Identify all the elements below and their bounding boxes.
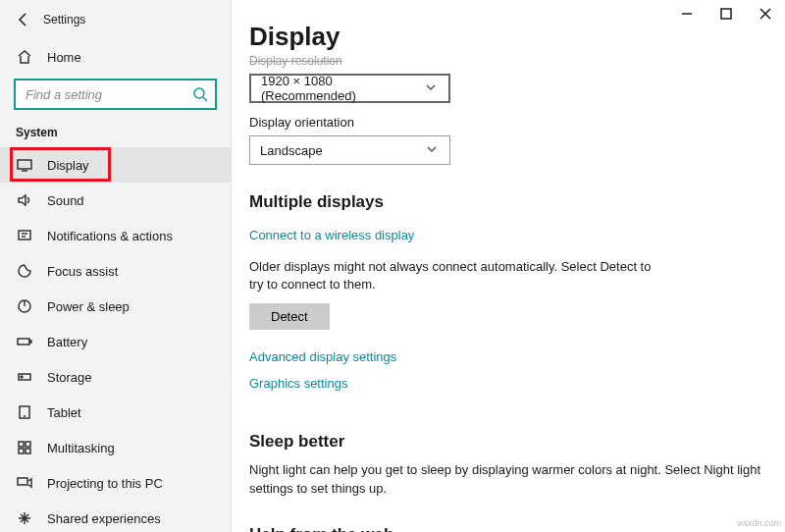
svg-rect-11	[19, 449, 24, 453]
close-button[interactable]	[746, 0, 785, 27]
resolution-value: 1920 × 1080 (Recommended)	[261, 74, 423, 103]
svg-rect-9	[19, 442, 24, 447]
back-button[interactable]	[8, 4, 39, 35]
resolution-label: Display resolution	[249, 54, 767, 68]
chevron-down-icon	[423, 80, 439, 98]
orientation-label: Display orientation	[249, 115, 767, 130]
power-icon	[16, 297, 33, 315]
search-input[interactable]	[24, 86, 192, 103]
sidebar-item-sound[interactable]: Sound	[0, 183, 231, 218]
sidebar-item-power-sleep[interactable]: Power & sleep	[0, 289, 231, 324]
sidebar-item-notifications[interactable]: Notifications & actions	[0, 218, 231, 253]
focus-assist-icon	[16, 262, 33, 280]
sidebar-item-label: Shared experiences	[47, 511, 161, 526]
sidebar-item-label: Power & sleep	[47, 299, 130, 314]
search-box[interactable]	[14, 79, 217, 110]
sidebar-item-storage[interactable]: Storage	[0, 359, 231, 395]
storage-icon	[16, 368, 33, 386]
sidebar-item-label: Tablet	[47, 405, 81, 420]
help-from-web-heading: Help from the web	[249, 525, 767, 532]
svg-rect-2	[19, 231, 30, 239]
chevron-down-icon	[424, 141, 440, 160]
search-icon	[192, 85, 208, 103]
detect-button[interactable]: Detect	[249, 303, 330, 330]
sidebar-item-battery[interactable]: Battery	[0, 324, 231, 359]
svg-rect-5	[29, 341, 31, 343]
multiple-displays-heading: Multiple displays	[249, 192, 767, 212]
sidebar-item-tablet[interactable]: Tablet	[0, 395, 231, 430]
home-label: Home	[47, 50, 81, 65]
sleep-better-description: Night light can help you get to sleep by…	[249, 461, 767, 497]
window-title: Settings	[43, 13, 85, 27]
sidebar-item-label: Notifications & actions	[47, 229, 173, 243]
svg-rect-14	[721, 9, 731, 19]
orientation-combo[interactable]: Landscape	[249, 135, 450, 165]
connect-wireless-display-link[interactable]: Connect to a wireless display	[249, 228, 414, 242]
minimize-button[interactable]	[667, 0, 706, 27]
orientation-value: Landscape	[260, 143, 323, 158]
projecting-icon	[16, 474, 33, 492]
maximize-button[interactable]	[706, 0, 746, 27]
sidebar-item-label: Storage	[47, 370, 92, 385]
svg-point-7	[21, 376, 23, 378]
svg-rect-12	[26, 449, 30, 453]
svg-rect-1	[18, 160, 31, 169]
shared-experiences-icon	[16, 509, 33, 527]
sleep-better-heading: Sleep better	[249, 432, 767, 452]
graphics-settings-link[interactable]: Graphics settings	[249, 376, 347, 391]
sidebar-item-shared-experiences[interactable]: Shared experiences	[0, 501, 231, 532]
sidebar-item-label: Focus assist	[47, 264, 118, 279]
svg-rect-10	[26, 442, 30, 447]
sidebar-home[interactable]: Home	[0, 39, 231, 75]
tablet-icon	[16, 403, 33, 421]
display-icon	[16, 156, 33, 174]
resolution-combo[interactable]: 1920 × 1080 (Recommended)	[249, 74, 450, 103]
sidebar-item-display[interactable]: Display	[0, 147, 231, 183]
sidebar-item-label: Battery	[47, 335, 87, 349]
sidebar-item-label: Sound	[47, 193, 84, 208]
notifications-icon	[16, 227, 33, 244]
multitasking-icon	[16, 439, 33, 456]
battery-icon	[16, 333, 33, 350]
svg-rect-13	[18, 478, 27, 485]
svg-point-0	[194, 88, 204, 98]
section-label-system: System	[0, 122, 231, 147]
watermark: wsxdn.com	[737, 518, 781, 528]
sidebar-item-focus-assist[interactable]: Focus assist	[0, 253, 231, 289]
sound-icon	[16, 191, 33, 209]
sidebar-item-label: Multitasking	[47, 441, 115, 455]
sidebar-item-label: Projecting to this PC	[47, 476, 163, 491]
detect-description: Older displays might not always connect …	[249, 258, 661, 293]
sidebar-item-multitasking[interactable]: Multitasking	[0, 430, 231, 465]
sidebar-item-label: Display	[47, 158, 89, 173]
advanced-display-settings-link[interactable]: Advanced display settings	[249, 349, 396, 364]
home-icon	[16, 48, 33, 66]
sidebar-item-projecting[interactable]: Projecting to this PC	[0, 465, 231, 501]
svg-rect-4	[18, 339, 29, 345]
